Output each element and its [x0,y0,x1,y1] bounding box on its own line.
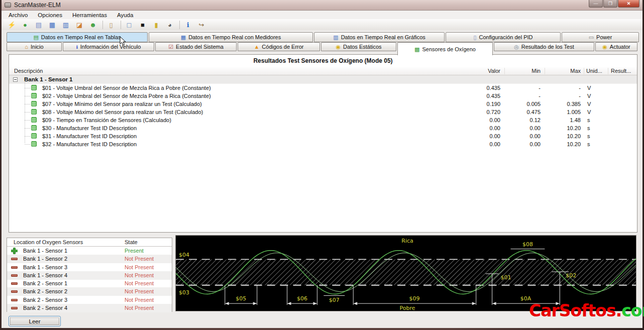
table-row[interactable]: $07 - Voltaje Mínimo del Sensor para rea… [9,100,637,108]
column-unidad[interactable]: Unid... [586,68,602,74]
gauge-icon[interactable]: ◕ [165,20,175,30]
tab-strip-live-data: ▤Datos en Tiempo Real en Tablas▦Datos en… [7,32,640,42]
row-min: 0.12 [530,117,541,123]
row-max: 1.005 [567,109,581,115]
sensor-state: Not Present [125,256,154,262]
actuator-icon: ◉ [602,44,607,49]
sensor-state: Not Present [125,264,154,270]
tab-actuator[interactable]: ◉Actuator [595,42,637,51]
menu-opciones[interactable]: Opciones [33,11,67,19]
sensor-row-bank-1-sensor-3[interactable]: Bank 1 - Sensor 3Not Present [7,263,172,272]
menu-archivo[interactable]: Archivo [4,11,33,19]
tab-informacion-del-vehiculo[interactable]: iInformación del Vehículo [63,42,154,51]
row-valor: 0.720 [486,109,500,115]
row-description: $07 - Voltaje Mínimo del Sensor para rea… [42,101,202,107]
table-row[interactable]: $01 - Voltaje Umbral del Sensor de Mezcl… [9,84,637,92]
sensor-state: Not Present [125,280,154,286]
waveform-svg: Rica Pobre $04 $03 $05 $06 $07 $09 $0A $… [176,236,636,311]
row-min: 0.00 [530,125,541,131]
pid-config-icon: ▯ [473,35,476,40]
bar-chart-icon[interactable]: ▥ [61,20,71,30]
table-row[interactable]: $08 - Voltaje Máximo del Sensor para rea… [9,108,637,116]
chat-bubble-icon[interactable]: ◻ [124,20,134,30]
read-button[interactable]: Leer [9,316,61,326]
sensor-rows: Bank 1 - Sensor 1PresentBank 1 - Sensor … [7,247,172,311]
tree-branch-line [25,136,30,137]
not-present-minus-icon [11,307,18,309]
column-resultado[interactable]: Result... [611,68,631,74]
row-description: $09 - Tiempo en Transición de Sensores (… [42,117,171,123]
label-06: $06 [297,295,307,302]
table-row[interactable]: $32 - Manufacturer Test ID Description0.… [9,140,637,148]
toolbar: ⚡●▤▦▥◪☻▯◻■▮◕ℹ↪ [2,19,642,31]
label-08: $08 [522,241,533,248]
tab-configuracion-del-pid[interactable]: ▯Configuración del PID [446,32,561,42]
table-row[interactable]: $31 - Manufacturer Test ID Description0.… [9,132,637,140]
document-image-icon[interactable]: ▤ [34,20,44,30]
table-row[interactable]: $02 - Voltaje Umbral del Sensor de Mezcl… [9,92,637,100]
tab-power[interactable]: ▭Power [562,32,639,42]
toolbar-separator [121,21,121,29]
column-valor[interactable]: Valor [488,68,500,74]
exit-icon[interactable]: ↪ [196,20,206,30]
tab-label: Configuración del PID [479,34,533,40]
test-item-icon [31,101,37,106]
menu-ayuda[interactable]: Ayuda [112,11,138,19]
restore-button[interactable]: ❐ [603,0,617,8]
sensor-name: Bank 2 - Sensor 1 [23,280,67,286]
menu-herramientas[interactable]: Herramientas [67,11,112,19]
sensor-state: Not Present [125,305,154,311]
row-valor: 0.190 [486,101,500,107]
globe-icon[interactable]: ● [20,20,30,30]
table-view-icon[interactable]: ▦ [47,20,57,30]
oxygen-test-panel: Resultados Test Sensores de Oxígeno (Mod… [9,54,637,233]
connect-icon[interactable]: ⚡ [7,20,17,30]
column-state[interactable]: State [125,239,138,245]
row-min: 0.00 [530,133,541,139]
tab-datos-estaticos[interactable]: ◉Datos Estáticos [321,42,396,51]
sensor-row-bank-2-sensor-1[interactable]: Bank 2 - Sensor 1Not Present [7,279,172,288]
user-icon[interactable]: ☻ [88,20,98,30]
not-present-minus-icon [11,274,18,277]
picture-icon[interactable]: ◪ [74,20,84,30]
sensor-row-bank-2-sensor-4[interactable]: Bank 2 - Sensor 4Not Present [7,304,172,312]
close-button[interactable]: ✕ [618,0,639,8]
minimize-button[interactable]: — [589,0,603,8]
row-unit: s [587,117,590,123]
app-icon [5,3,11,8]
tab-datos-en-tiempo-real-en-graficos[interactable]: ▥Datos en Tiempo Real en Gráficos [314,32,445,42]
sensor-row-bank-1-sensor-2[interactable]: Bank 1 - Sensor 2Not Present [7,255,172,263]
tab-resultado-de-los-test[interactable]: ◎Resultado de los Test [494,42,594,51]
tree-group-bank1-sensor1[interactable]: Bank 1 - Sensor 1 [9,75,637,84]
sensor-name: Bank 1 - Sensor 2 [23,256,67,262]
column-location[interactable]: Location of Oxygen Sensors [14,239,83,245]
clipboard-icon[interactable]: ▯ [106,20,116,30]
tab-codigos-de-error[interactable]: ▲Códigos de Error [238,42,320,51]
info-icon[interactable]: ℹ [183,20,193,30]
collapse-expander-icon[interactable] [13,77,18,82]
column-max[interactable]: Max [570,68,581,74]
row-description: $02 - Voltaje Umbral del Sensor de Mezcl… [42,93,211,99]
sensor-row-bank-1-sensor-4[interactable]: Bank 1 - Sensor 4Not Present [7,271,172,280]
row-valor: 0.00 [490,117,500,123]
tab-sensores-de-oxigeno[interactable]: ▩Sensores de Oxígeno [397,42,493,55]
sensor-row-bank-2-sensor-2[interactable]: Bank 2 - Sensor 2Not Present [7,287,172,296]
sensor-state: Not Present [125,297,154,303]
tab-label: Información del Vehículo [80,44,141,50]
table-row[interactable]: $09 - Tiempo en Transición de Sensores (… [9,116,637,124]
watermark: CarSoftos.com [529,301,644,320]
table-row[interactable]: $30 - Manufacturer Test ID Description0.… [9,124,637,132]
column-descripcion[interactable]: Descripción [14,68,43,74]
tab-label: Datos en Tiempo Real con Medidores [188,34,281,40]
terminal-icon[interactable]: ■ [138,20,148,30]
sensor-row-bank-2-sensor-3[interactable]: Bank 2 - Sensor 3Not Present [7,296,172,304]
title-bar[interactable]: ScanMaster-ELM — ❐ ✕ [2,0,642,11]
tab-datos-en-tiempo-real-con-medidores[interactable]: ▦Datos en Tiempo Real con Medidores [149,32,313,42]
column-min[interactable]: Min [531,68,541,74]
tab-estado-del-sistema[interactable]: ☑Estado del Sistema [155,42,237,51]
sensor-row-bank-1-sensor-1[interactable]: Bank 1 - Sensor 1Present [7,247,172,255]
row-valor: 0.00 [490,125,500,131]
battery-icon[interactable]: ▮ [151,20,161,30]
row-max: 1.48 [570,117,581,123]
tab-inicio[interactable]: ⌂Inicio [7,42,62,51]
